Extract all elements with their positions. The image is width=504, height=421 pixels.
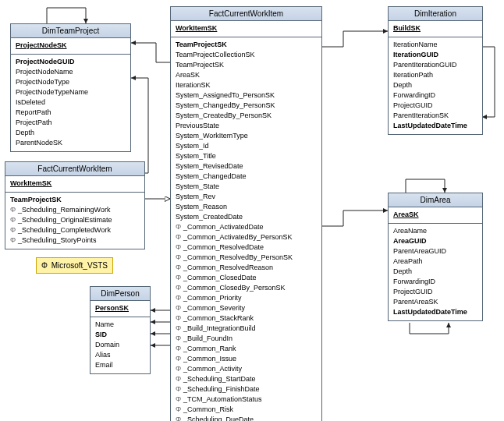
phi-icon: Φ [176, 344, 183, 354]
field: TeamProjectSK [176, 60, 317, 70]
field: Φ_Common_ResolvedBy_PersonSK [176, 253, 317, 263]
field-name: _Build_FoundIn [183, 334, 232, 342]
field: Φ_Common_Rank [176, 344, 317, 354]
field-name: System_ChangedDate [176, 172, 247, 180]
field: IterationSK [176, 80, 317, 90]
field-name: Depth [393, 267, 412, 275]
field-name: ProjectGUID [393, 288, 433, 295]
field-name: ParentAreaSK [393, 298, 438, 306]
field: Depth [16, 128, 126, 138]
field: Φ_TCM_AutomationStatus [176, 394, 317, 405]
field-name: _Common_ActivatedDate [183, 223, 264, 231]
field-name: ProjectPath [16, 119, 52, 126]
field-name: System_WorkItemType [176, 132, 248, 140]
field: Φ_Common_Priority [176, 293, 317, 303]
field: Alias [95, 350, 145, 360]
field: ProjectNodeTypeName [16, 87, 126, 97]
field-name: _TCM_AutomationStatus [183, 395, 262, 403]
phi-icon: Φ [176, 384, 183, 394]
field-name: _Scheduling_DueDate [183, 416, 254, 421]
field-name: Email [95, 361, 113, 369]
fields-section: TeamProjectSKTeamProjectCollectionSKTeam… [171, 37, 321, 421]
field: ParentAreaSK [393, 297, 477, 307]
field: Φ_Common_ClosedDate [176, 273, 317, 283]
field: TeamProjectSK [10, 195, 140, 205]
phi-icon: Φ [176, 232, 183, 242]
field-name: PreviousState [176, 122, 219, 129]
phi-icon: Φ [176, 253, 183, 263]
field-name: System_Rev [176, 193, 215, 200]
field: System_AssignedTo_PersonSK [176, 90, 317, 101]
field-name: ParentIterationSK [393, 111, 449, 119]
field: ForwardingID [393, 277, 477, 287]
field-name: System_CreatedDate [176, 213, 243, 221]
field-name: _Scheduling_OriginalEstimate [18, 216, 112, 224]
pk-section: WorkItemSK [171, 21, 321, 37]
pk-section: ProjectNodeSK [11, 38, 130, 55]
phi-icon: Φ [176, 374, 183, 384]
field-name: _Common_ActivatedBy_PersonSK [183, 233, 293, 241]
field: ParentIterationSK [393, 111, 477, 121]
field: Φ_Scheduling_DueDate [176, 415, 317, 421]
field: Φ_Scheduling_RemainingWork [10, 205, 140, 215]
field: Φ_Common_ClosedBy_PersonSK [176, 283, 317, 293]
field-name: System_State [176, 182, 219, 190]
field-name: _Common_ResolvedDate [183, 243, 264, 251]
pk-section: WorkItemSK [5, 176, 144, 193]
phi-icon: Φ [176, 242, 183, 253]
field: Φ_Common_Issue [176, 354, 317, 364]
field-name: IterationPath [393, 71, 433, 79]
field: ParentIterationGUID [393, 60, 477, 70]
field-name: Domain [95, 341, 119, 348]
phi-icon: Φ [10, 235, 18, 246]
phi-symbol: Φ [41, 261, 49, 270]
phi-icon: Φ [10, 225, 18, 235]
field-name: _Common_StackRank [183, 314, 254, 322]
pk-field: PersonSK [95, 303, 145, 313]
fields-section: IterationNameIterationGUIDParentIteratio… [389, 37, 482, 134]
entity-header: DimArea [389, 193, 482, 207]
field-name: _Common_Risk [183, 405, 233, 413]
field-name: _Common_Severity [183, 304, 245, 312]
field-name: _Common_Rank [183, 345, 236, 352]
field: System_ChangedDate [176, 172, 317, 182]
entity-header: FactCurrentWorkItem [171, 7, 321, 21]
phi-icon: Φ [176, 334, 183, 344]
field-name: IterationGUID [393, 51, 438, 58]
phi-icon: Φ [176, 354, 183, 364]
field-name: ForwardingID [393, 278, 435, 285]
field-name: IterationSK [176, 81, 211, 89]
field: LastUpdatedDateTime [393, 121, 477, 131]
field-name: IterationName [393, 41, 438, 48]
entity-dim-iteration: DimIteration BuildSK IterationNameIterat… [388, 6, 483, 135]
field-name: AreaName [393, 227, 427, 235]
field: IterationName [393, 40, 477, 50]
phi-icon: Φ [176, 283, 183, 293]
field: Φ_Common_Severity [176, 303, 317, 313]
legend-label: Microsoft_VSTS [51, 261, 108, 270]
field-name: _Build_IntegrationBuild [183, 324, 256, 332]
field: System_CreatedBy_PersonSK [176, 111, 317, 121]
phi-icon: Φ [176, 324, 183, 334]
field: System_Id [176, 141, 317, 151]
field-name: ProjectNodeGUID [16, 58, 75, 65]
entity-header: FactCurrentWorkItem [5, 162, 144, 176]
field: Φ_Common_Activity [176, 364, 317, 374]
field: ProjectNodeType [16, 77, 126, 87]
entity-fact-current-work-item-small: FactCurrentWorkItem WorkItemSK TeamProje… [5, 161, 145, 249]
field: System_Rev [176, 192, 317, 202]
entity-header: DimTeamProject [11, 24, 130, 38]
field: Φ_Scheduling_CompletedWork [10, 225, 140, 235]
fields-section: NameSIDDomainAliasEmail [91, 317, 150, 373]
field-name: _Common_ResolvedBy_PersonSK [183, 253, 293, 261]
field: Name [95, 320, 145, 330]
field-name: Name [95, 320, 114, 328]
field: Domain [95, 340, 145, 350]
field: System_RevisedDate [176, 161, 317, 172]
field: Depth [393, 80, 477, 90]
field: TeamProjectSK [176, 40, 317, 50]
field: Φ_Common_ActivatedDate [176, 222, 317, 232]
entity-header: DimIteration [389, 7, 482, 21]
field-name: TeamProjectSK [10, 196, 62, 203]
field-name: System_RevisedDate [176, 162, 243, 170]
